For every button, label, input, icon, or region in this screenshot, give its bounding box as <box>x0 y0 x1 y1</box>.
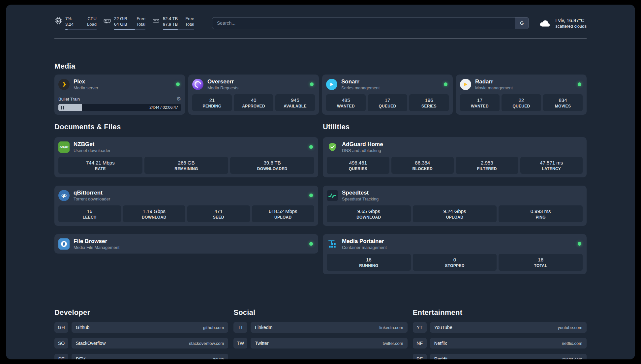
stat-value: 2,953 <box>457 160 517 166</box>
bookmark-netflix[interactable]: NF Netflixnetflix.com <box>413 338 587 349</box>
stat-label: FILTERED <box>457 167 517 171</box>
qbittorrent-icon: qb <box>58 190 70 201</box>
service-card-qbittorrent[interactable]: qb qBittorrent Torrent downloader 16LEEC… <box>54 186 318 226</box>
stat-box: 2,953FILTERED <box>456 157 518 174</box>
stat-value: 17 <box>461 97 498 103</box>
documents-section-title: Documents & Files <box>54 123 318 131</box>
service-card-radarr[interactable]: Radarr Movie management 17WANTED 22QUEUE… <box>456 75 587 115</box>
stat-label: PENDING <box>194 104 230 108</box>
stat-box: 22QUEUED <box>502 94 541 111</box>
bookmark-youtube[interactable]: YT YouTubeyoutube.com <box>413 322 587 333</box>
stat-box: 9.65 GbpsDOWNLOAD <box>327 205 411 222</box>
stat-label: REMAINING <box>146 167 227 171</box>
online-status-dot <box>310 82 314 86</box>
stat-label: SERIES <box>411 104 447 108</box>
service-card-speedtest[interactable]: Speedtest Speedtest Tracking 9.65 GbpsDO… <box>323 186 587 226</box>
service-card-nzbget[interactable]: nzbget NZBGet Usenet downloader 744.21 M… <box>54 137 318 177</box>
service-subtitle: Media server <box>74 85 172 90</box>
search-input[interactable] <box>212 17 515 29</box>
service-card-filebrowser[interactable]: File Browser Media File Management <box>54 234 318 254</box>
bookmark-dev[interactable]: DT DEVdev.to <box>54 354 228 359</box>
cpu-label: CPU <box>87 16 97 21</box>
bookmark-github[interactable]: GH Githubgithub.com <box>54 322 228 333</box>
service-subtitle: Movie management <box>475 85 574 90</box>
portainer-icon <box>327 238 338 250</box>
playback-progress-bar[interactable]: 24:44 / 02:06:47 <box>58 104 181 111</box>
bookmark-abbr: TW <box>233 338 247 349</box>
service-title: Speedtest <box>342 189 583 196</box>
service-subtitle: Torrent downloader <box>74 197 305 201</box>
section-utilities: Utilities AdGuard Home DNS and adblockin… <box>323 123 587 283</box>
stat-box: 266 GBREMAINING <box>144 157 229 174</box>
service-card-adguard[interactable]: AdGuard Home DNS and adblocking 498,461Q… <box>323 137 587 177</box>
stat-label: APPROVED <box>235 104 272 108</box>
cpu-usage-value: 7% <box>65 16 74 21</box>
section-media: Media Plex Media server Bullet Train <box>54 62 587 115</box>
stat-value: 9.24 Gbps <box>414 208 496 214</box>
disk-total-label: Total <box>185 21 194 27</box>
memory-total-label: Total <box>137 21 145 27</box>
stat-label: QUERIES <box>328 167 388 171</box>
search-provider-button[interactable]: G <box>515 17 529 29</box>
bookmark-name: Reddit <box>434 356 447 359</box>
memory-widget: 22 GiB 64 GiB Free Total <box>103 16 145 30</box>
speedtest-icon <box>327 190 338 201</box>
stat-value: 16 <box>60 208 120 214</box>
stat-label: WANTED <box>327 104 364 108</box>
service-card-plex[interactable]: Plex Media server Bullet Train ⚙ 24:44 /… <box>54 75 185 115</box>
section-developer: Developer GH Githubgithub.com SO StackOv… <box>54 308 228 359</box>
stat-value: 86,384 <box>393 160 453 166</box>
disk-usage-bar <box>163 29 194 30</box>
bookmark-name: YouTube <box>434 325 452 330</box>
service-card-overseerr[interactable]: Overseerr Media Requests 21PENDING 40APP… <box>188 75 319 115</box>
stat-value: 17 <box>369 97 406 103</box>
stat-box: 16RUNNING <box>327 254 411 271</box>
bookmark-domain: twitter.com <box>383 341 403 346</box>
online-status-dot <box>578 242 581 246</box>
bookmark-domain: linkedin.com <box>379 325 403 330</box>
bookmark-twitter[interactable]: TW Twittertwitter.com <box>233 338 407 349</box>
stat-box: 834MOVIES <box>543 94 583 111</box>
online-status-dot <box>309 145 313 149</box>
service-subtitle: DNS and adblocking <box>342 148 583 153</box>
bookmark-name: Twitter <box>255 341 268 346</box>
service-title: Overseerr <box>207 78 306 85</box>
memory-free-value: 22 GiB <box>114 16 127 21</box>
weather-widget: Lviv, 16.87°C scattered clouds <box>539 17 587 29</box>
stat-label: WANTED <box>461 104 498 108</box>
stat-value: 945 <box>277 97 314 103</box>
plex-now-playing-widget: Bullet Train ⚙ 24:44 / 02:06:47 <box>58 93 181 111</box>
bookmark-abbr: DT <box>54 354 68 359</box>
service-card-portainer[interactable]: Media Portainer Container management 16R… <box>323 234 587 274</box>
stat-box: 0.993 msPING <box>499 205 583 222</box>
stat-value: 47.571 ms <box>522 160 582 166</box>
bookmark-name: DEV <box>76 356 85 359</box>
gear-icon[interactable]: ⚙ <box>176 96 181 102</box>
pause-icon[interactable] <box>61 106 64 109</box>
nzbget-icon-text: nzbget <box>60 145 68 148</box>
bookmark-domain: stackoverflow.com <box>189 341 224 346</box>
stat-label: RUNNING <box>328 263 410 268</box>
plex-icon <box>58 79 70 90</box>
bookmark-stackoverflow[interactable]: SO StackOverflowstackoverflow.com <box>54 338 228 349</box>
bookmark-reddit[interactable]: RE Redditreddit.com <box>413 354 587 359</box>
stat-box: 39.6 TBDOWNLOADED <box>230 157 314 174</box>
bookmark-linkedin[interactable]: LI LinkedInlinkedin.com <box>233 322 407 333</box>
disk-total-value: 97.9 TB <box>163 21 178 27</box>
stat-box: 196SERIES <box>409 94 449 111</box>
disk-free-value: 52.4 TB <box>163 16 178 21</box>
cloud-icon <box>539 18 551 28</box>
stat-value: 471 <box>189 208 249 214</box>
bookmark-abbr: SO <box>54 338 68 349</box>
stat-value: 498,461 <box>328 160 388 166</box>
dashboard-screen: 7% 3.24 CPU Load 22 GiB 64 GiB <box>6 5 635 359</box>
stat-label: DOWNLOADED <box>231 167 313 171</box>
stat-box: 498,461QUERIES <box>327 157 389 174</box>
disk-free-label: Free <box>185 16 194 21</box>
service-card-sonarr[interactable]: Sonarr Series management 485WANTED 17QUE… <box>322 75 453 115</box>
stat-box: 21PENDING <box>192 94 232 111</box>
online-status-dot <box>444 82 447 86</box>
cpu-usage-fill <box>65 29 68 30</box>
weather-location: Lviv, 16.87°C <box>555 17 587 24</box>
service-subtitle: Media File Management <box>74 245 305 250</box>
